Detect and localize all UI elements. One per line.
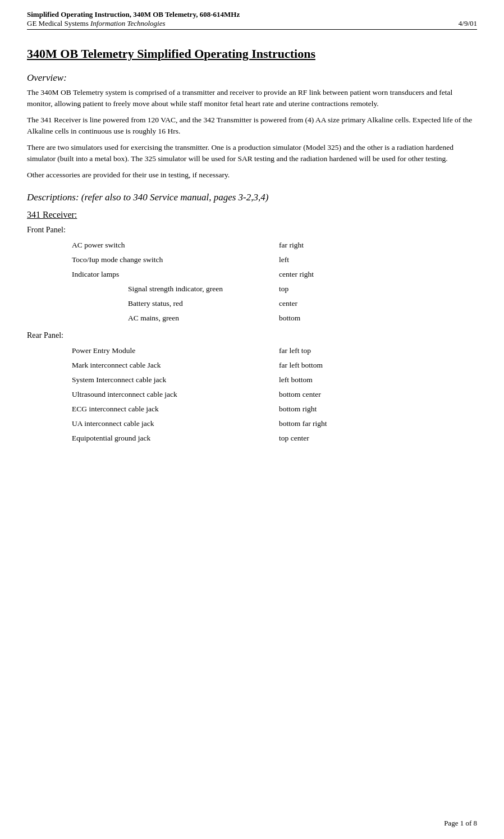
item-name: Mark interconnect cable Jack — [27, 358, 274, 373]
overview-para-3: There are two simulators used for exerci… — [27, 142, 477, 164]
item-position: bottom center — [274, 387, 477, 402]
item-position: bottom far right — [274, 416, 477, 431]
table-row: UA interconnect cable jack bottom far ri… — [27, 416, 477, 431]
header-subtitle-italic: Information Technologies — [90, 19, 166, 27]
descriptions-section: Descriptions: (refer also to 340 Service… — [27, 192, 477, 446]
front-panel-label: Front Panel: — [27, 226, 477, 235]
receiver-heading: 341 Receiver: — [27, 210, 477, 220]
overview-para-2: The 341 Receiver is line powered from 12… — [27, 114, 477, 136]
item-position: far right — [274, 238, 477, 253]
item-name-sub: Signal strength indicator, green — [27, 282, 274, 296]
header-title: Simplified Operating Instruction, 340M O… — [27, 10, 240, 19]
header-left: Simplified Operating Instruction, 340M O… — [27, 10, 240, 28]
table-row: Toco/Iup mode change switch left — [27, 253, 477, 267]
table-row: ECG interconnect cable jack bottom right — [27, 402, 477, 416]
header-subtitle-prefix: GE Medical Systems — [27, 19, 90, 27]
page-number: Page 1 of 8 — [444, 819, 477, 827]
receiver-section: 341 Receiver: Front Panel: AC power swit… — [27, 210, 477, 446]
item-name: Ultrasound interconnect cable jack — [27, 387, 274, 402]
table-row: Ultrasound interconnect cable jack botto… — [27, 387, 477, 402]
table-row: AC mains, green bottom — [27, 311, 477, 325]
table-row: Equipotential ground jack top center — [27, 431, 477, 446]
item-position: top center — [274, 431, 477, 446]
item-name: Indicator lamps — [27, 267, 274, 282]
overview-heading: Overview: — [27, 72, 477, 84]
item-position: left bottom — [274, 373, 477, 387]
item-name: Equipotential ground jack — [27, 431, 274, 446]
front-panel-table: AC power switch far right Toco/Iup mode … — [27, 238, 477, 325]
item-name: System Interconnect cable jack — [27, 373, 274, 387]
item-position: center — [274, 296, 477, 311]
page-header: Simplified Operating Instruction, 340M O… — [27, 10, 477, 30]
table-row: Mark interconnect cable Jack far left bo… — [27, 358, 477, 373]
item-name: Power Entry Module — [27, 343, 274, 358]
table-row: AC power switch far right — [27, 238, 477, 253]
item-position: top — [274, 282, 477, 296]
table-row: Battery status, red center — [27, 296, 477, 311]
header-date: 4/9/01 — [459, 19, 477, 28]
table-row: Indicator lamps center right — [27, 267, 477, 282]
item-position: bottom right — [274, 402, 477, 416]
item-position: center right — [274, 267, 477, 282]
item-position: far left bottom — [274, 358, 477, 373]
item-position: far left top — [274, 343, 477, 358]
item-name-sub: Battery status, red — [27, 296, 274, 311]
item-name: Toco/Iup mode change switch — [27, 253, 274, 267]
table-row: Power Entry Module far left top — [27, 343, 477, 358]
overview-para-1: The 340M OB Telemetry system is comprise… — [27, 87, 477, 109]
rear-panel-label: Rear Panel: — [27, 331, 477, 340]
rear-panel-table: Power Entry Module far left top Mark int… — [27, 343, 477, 446]
table-row: System Interconnect cable jack left bott… — [27, 373, 477, 387]
page-footer: Page 1 of 8 — [444, 819, 477, 828]
item-name-sub: AC mains, green — [27, 311, 274, 325]
item-name: ECG interconnect cable jack — [27, 402, 274, 416]
rear-panel-section: Rear Panel: Power Entry Module far left … — [27, 331, 477, 446]
overview-para-4: Other accessories are provided for their… — [27, 169, 477, 181]
page-title: 340M OB Telemetry Simplified Operating I… — [27, 47, 477, 61]
front-panel-section: Front Panel: AC power switch far right T… — [27, 226, 477, 325]
item-name: UA interconnect cable jack — [27, 416, 274, 431]
table-row: Signal strength indicator, green top — [27, 282, 477, 296]
page-container: Simplified Operating Instruction, 340M O… — [0, 0, 504, 839]
item-position: bottom — [274, 311, 477, 325]
header-subtitle: GE Medical Systems Information Technolog… — [27, 19, 240, 28]
descriptions-heading: Descriptions: (refer also to 340 Service… — [27, 192, 477, 203]
item-position: left — [274, 253, 477, 267]
item-name: AC power switch — [27, 238, 274, 253]
overview-section: Overview: The 340M OB Telemetry system i… — [27, 72, 477, 181]
